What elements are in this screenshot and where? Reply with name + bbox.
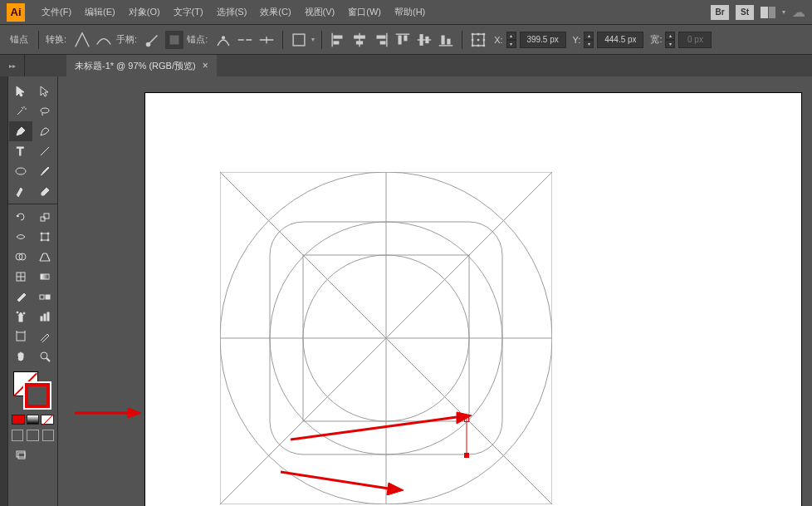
handle-hide-icon[interactable] <box>165 31 183 49</box>
convert-smooth-icon[interactable] <box>95 31 113 49</box>
collapsed-dock[interactable] <box>0 76 8 506</box>
isolate-icon[interactable] <box>290 31 308 49</box>
align-left-icon[interactable] <box>329 31 347 49</box>
sync-cloud-icon[interactable]: ☁ <box>792 4 805 20</box>
svg-point-26 <box>483 32 486 35</box>
perspective-tool[interactable] <box>34 247 57 267</box>
draw-inside-icon[interactable] <box>42 430 54 441</box>
svg-line-35 <box>41 147 49 155</box>
eyedropper-tool[interactable] <box>9 287 32 307</box>
x-input[interactable] <box>520 32 566 48</box>
magic-wand-tool[interactable] <box>9 101 32 121</box>
svg-rect-52 <box>19 316 22 322</box>
svg-rect-57 <box>47 312 49 321</box>
menu-text[interactable]: 文字(T) <box>167 0 210 24</box>
document-tab[interactable]: 未标题-1* @ 97% (RGB/预览) × <box>66 55 217 76</box>
curvature-tool[interactable] <box>34 121 57 141</box>
cut-anchor-icon[interactable] <box>257 31 276 49</box>
connect-anchor-icon[interactable] <box>236 31 254 49</box>
artwork[interactable] <box>220 172 552 504</box>
svg-point-53 <box>17 312 18 313</box>
menu-window[interactable]: 窗口(W) <box>341 0 388 24</box>
convert-corner-icon[interactable] <box>73 31 91 49</box>
svg-rect-9 <box>354 35 365 38</box>
paintbrush-tool[interactable] <box>34 161 57 181</box>
workspace-switcher-icon[interactable] <box>761 7 775 18</box>
svg-rect-2 <box>170 35 179 44</box>
draw-normal-icon[interactable] <box>12 430 23 441</box>
panel-toggle[interactable]: ▸▸ <box>0 55 25 76</box>
handle-show-icon[interactable] <box>144 31 162 49</box>
draw-behind-icon[interactable] <box>27 430 38 441</box>
svg-rect-13 <box>380 41 386 44</box>
bridge-icon[interactable]: Br <box>711 5 729 20</box>
free-transform-tool[interactable] <box>34 227 57 247</box>
w-stepper[interactable]: ▴▾ <box>665 32 675 48</box>
blend-tool[interactable] <box>34 287 57 307</box>
remove-anchor-icon[interactable] <box>214 31 232 49</box>
document-tabbar: 未标题-1* @ 97% (RGB/预览) × <box>25 55 812 76</box>
w-input[interactable] <box>678 32 712 48</box>
svg-point-42 <box>41 239 42 241</box>
stock-icon[interactable]: St <box>736 5 754 20</box>
type-tool[interactable]: T <box>9 141 32 161</box>
none-mode-swatch[interactable] <box>41 415 54 425</box>
menu-select[interactable]: 选择(S) <box>210 0 254 24</box>
screen-mode-icon[interactable] <box>9 445 32 464</box>
svg-rect-56 <box>44 314 46 321</box>
menu-help[interactable]: 帮助(H) <box>388 0 432 24</box>
tab-close-icon[interactable]: × <box>203 60 208 71</box>
menu-file[interactable]: 文件(F) <box>35 0 78 24</box>
tab-title: 未标题-1* @ 97% (RGB/预览) <box>75 60 196 72</box>
chevron-down-icon[interactable]: ▾ <box>782 8 785 16</box>
x-stepper[interactable]: ▴▾ <box>506 32 516 48</box>
y-stepper[interactable]: ▴▾ <box>584 32 594 48</box>
menu-edit[interactable]: 编辑(E) <box>78 0 122 24</box>
svg-point-29 <box>483 38 486 41</box>
menu-view[interactable]: 视图(V) <box>298 0 342 24</box>
reference-point-icon[interactable] <box>469 31 487 49</box>
mesh-tool[interactable] <box>9 267 32 287</box>
line-tool[interactable] <box>34 141 57 161</box>
symbol-sprayer-tool[interactable] <box>9 307 32 327</box>
width-tool[interactable] <box>9 227 32 247</box>
pen-tool[interactable] <box>9 121 32 141</box>
menu-object[interactable]: 对象(O) <box>122 0 167 24</box>
lasso-tool[interactable] <box>34 101 57 121</box>
zoom-tool[interactable] <box>34 346 57 366</box>
svg-rect-7 <box>334 41 340 44</box>
fill-stroke-swatch[interactable] <box>8 366 57 413</box>
color-mode-swatch[interactable] <box>12 415 25 425</box>
menu-effect[interactable]: 效果(C) <box>253 0 297 24</box>
gradient-mode-swatch[interactable] <box>27 415 40 425</box>
svg-point-40 <box>41 233 42 234</box>
gradient-tool[interactable] <box>34 267 57 287</box>
control-bar: 锚点 转换: 手柄: 锚点: ▾ X: ▴▾ Y: ▴▾ 宽: ▴▾ <box>0 25 812 55</box>
align-bottom-icon[interactable] <box>437 31 455 49</box>
graph-tool[interactable] <box>34 307 57 327</box>
ellipse-tool[interactable] <box>9 161 32 181</box>
stroke-swatch[interactable] <box>25 383 50 408</box>
svg-marker-77 <box>128 408 141 418</box>
eraser-tool[interactable] <box>34 181 57 201</box>
rotate-tool[interactable] <box>9 207 32 227</box>
selection-tool[interactable] <box>9 81 32 101</box>
align-top-icon[interactable] <box>394 31 412 49</box>
slice-tool[interactable] <box>34 327 57 346</box>
scale-tool[interactable] <box>34 207 57 227</box>
canvas[interactable] <box>58 76 812 506</box>
shaper-tool[interactable] <box>9 181 32 201</box>
shape-builder-tool[interactable] <box>9 247 32 267</box>
align-right-icon[interactable] <box>372 31 390 49</box>
svg-rect-49 <box>41 274 49 279</box>
svg-rect-10 <box>356 41 363 44</box>
svg-point-3 <box>222 36 225 39</box>
hand-tool[interactable] <box>9 346 32 366</box>
direct-selection-tool[interactable] <box>34 81 57 101</box>
svg-rect-15 <box>399 35 402 44</box>
y-input[interactable] <box>597 32 643 48</box>
svg-point-28 <box>477 38 480 41</box>
align-hcenter-icon[interactable] <box>350 31 369 49</box>
align-vcenter-icon[interactable] <box>415 31 433 49</box>
artboard-tool[interactable] <box>9 327 32 346</box>
